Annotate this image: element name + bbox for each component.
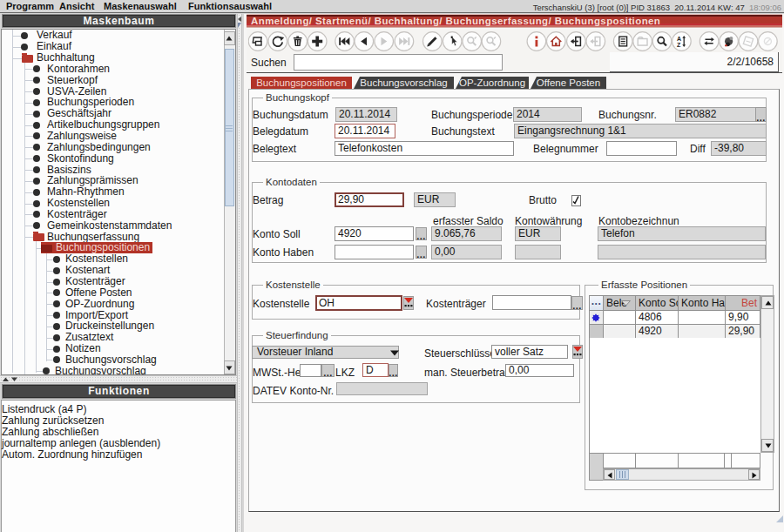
svg-text:Z: Z [677,42,681,48]
svg-text:A: A [677,36,681,42]
